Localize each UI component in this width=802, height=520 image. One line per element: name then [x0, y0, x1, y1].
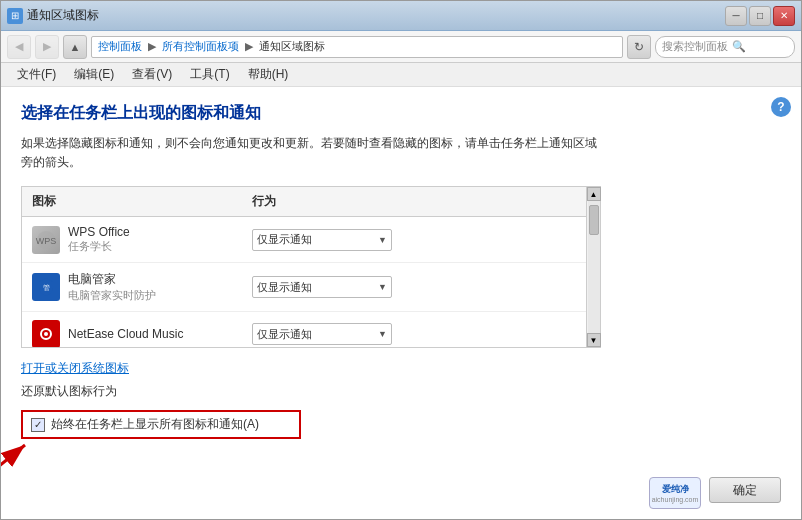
- search-placeholder: 搜索控制面板: [662, 39, 728, 54]
- header-icon-col: 图标: [32, 193, 252, 210]
- table-row: WPS WPS Office 任务学长 仅显示通知 ▼: [22, 217, 600, 263]
- wps-icon: WPS: [32, 226, 60, 254]
- icon-cell-duba: 管 电脑管家 电脑管家实时防护: [32, 271, 252, 303]
- duba-name-sub: 电脑管家实时防护: [68, 288, 156, 303]
- menu-edit[interactable]: 编辑(E): [66, 64, 122, 85]
- page-title: 选择在任务栏上出现的图标和通知: [21, 103, 781, 124]
- search-field[interactable]: 搜索控制面板 🔍: [655, 36, 795, 58]
- svg-text:WPS: WPS: [36, 236, 57, 246]
- behavior-cell-wps: 仅显示通知 ▼: [252, 229, 590, 251]
- scroll-up-btn[interactable]: ▲: [587, 187, 601, 201]
- bottom-section: 打开或关闭系统图标 还原默认图标行为 ✓ 始终在任务栏上显示所有图标和通知(A): [21, 360, 781, 439]
- system-icons-link[interactable]: 打开或关闭系统图标: [21, 360, 781, 377]
- red-arrow-indicator: [1, 437, 53, 477]
- watermark-logo: 爱纯净 aichunjing.com: [649, 477, 701, 509]
- watermark: 爱纯净 aichunjing.com: [649, 477, 701, 509]
- checkbox-label: 始终在任务栏上显示所有图标和通知(A): [51, 416, 259, 433]
- duba-name: 电脑管家 电脑管家实时防护: [68, 271, 156, 303]
- header-behavior-col: 行为: [252, 193, 590, 210]
- svg-line-7: [1, 445, 25, 475]
- checkbox-row: ✓ 始终在任务栏上显示所有图标和通知(A): [21, 410, 301, 439]
- duba-name-main: 电脑管家: [68, 271, 156, 288]
- wps-name-sub: 任务学长: [68, 239, 130, 254]
- duba-icon: 管: [32, 273, 60, 301]
- wps-behavior-select[interactable]: 仅显示通知 ▼: [252, 229, 392, 251]
- table-header: 图标 行为: [22, 187, 600, 217]
- up-button[interactable]: ▲: [63, 35, 87, 59]
- restore-defaults-label: 还原默认图标行为: [21, 383, 781, 400]
- table-row: NetEase Cloud Music 仅显示通知 ▼: [22, 312, 600, 347]
- duba-behavior-value: 仅显示通知: [257, 280, 312, 295]
- wps-name-main: WPS Office: [68, 225, 130, 239]
- title-bar-left: ⊞ 通知区域图标: [7, 7, 99, 24]
- breadcrumb-sep-2: ▶: [245, 40, 253, 53]
- maximize-button[interactable]: □: [749, 6, 771, 26]
- address-field[interactable]: 控制面板 ▶ 所有控制面板项 ▶ 通知区域图标: [91, 36, 623, 58]
- window-icon: ⊞: [7, 8, 23, 24]
- breadcrumb-sep-1: ▶: [148, 40, 156, 53]
- menu-bar: 文件(F) 编辑(E) 查看(V) 工具(T) 帮助(H): [1, 63, 801, 87]
- search-icon: 🔍: [732, 40, 746, 53]
- menu-view[interactable]: 查看(V): [124, 64, 180, 85]
- icon-cell-wps: WPS WPS Office 任务学长: [32, 225, 252, 254]
- duba-behavior-select[interactable]: 仅显示通知 ▼: [252, 276, 392, 298]
- svg-point-5: [44, 332, 48, 336]
- ok-button[interactable]: 确定: [709, 477, 781, 503]
- menu-help[interactable]: 帮助(H): [240, 64, 297, 85]
- main-window: ⊞ 通知区域图标 ─ □ ✕ ◀ ▶ ▲ 控制面板 ▶ 所有控制面板项 ▶ 通知…: [0, 0, 802, 520]
- close-button[interactable]: ✕: [773, 6, 795, 26]
- svg-text:管: 管: [43, 284, 50, 291]
- title-bar: ⊞ 通知区域图标 ─ □ ✕: [1, 1, 801, 31]
- minimize-button[interactable]: ─: [725, 6, 747, 26]
- scroll-thumb[interactable]: [589, 205, 599, 235]
- page-description: 如果选择隐藏图标和通知，则不会向您通知更改和更新。若要随时查看隐藏的图标，请单击…: [21, 134, 601, 172]
- scroll-down-btn[interactable]: ▼: [587, 333, 601, 347]
- forward-button[interactable]: ▶: [35, 35, 59, 59]
- behavior-cell-netease: 仅显示通知 ▼: [252, 323, 590, 345]
- table-body: WPS WPS Office 任务学长 仅显示通知 ▼: [22, 217, 600, 347]
- help-icon[interactable]: ?: [771, 97, 791, 117]
- duba-select-arrow: ▼: [378, 282, 387, 292]
- wps-behavior-value: 仅显示通知: [257, 232, 312, 247]
- netease-behavior-value: 仅显示通知: [257, 327, 312, 342]
- netease-behavior-select[interactable]: 仅显示通知 ▼: [252, 323, 392, 345]
- netease-select-arrow: ▼: [378, 329, 387, 339]
- show-all-icons-checkbox[interactable]: ✓: [31, 418, 45, 432]
- breadcrumb-controlpanel[interactable]: 控制面板: [98, 39, 142, 54]
- refresh-button[interactable]: ↻: [627, 35, 651, 59]
- wps-select-arrow: ▼: [378, 235, 387, 245]
- scroll-track: [588, 201, 600, 333]
- icon-cell-netease: NetEase Cloud Music: [32, 320, 252, 347]
- window-title: 通知区域图标: [27, 7, 99, 24]
- breadcrumb-allpanel[interactable]: 所有控制面板项: [162, 39, 239, 54]
- title-controls: ─ □ ✕: [725, 6, 795, 26]
- breadcrumb-current: 通知区域图标: [259, 39, 325, 54]
- menu-file[interactable]: 文件(F): [9, 64, 64, 85]
- table-row: 管 电脑管家 电脑管家实时防护 仅显示通知 ▼: [22, 263, 600, 312]
- netease-icon: [32, 320, 60, 347]
- icons-table: 图标 行为 WPS WPS Office: [21, 186, 601, 348]
- netease-name-main: NetEase Cloud Music: [68, 327, 183, 341]
- menu-tools[interactable]: 工具(T): [182, 64, 237, 85]
- address-bar: ◀ ▶ ▲ 控制面板 ▶ 所有控制面板项 ▶ 通知区域图标 ↻ 搜索控制面板 🔍: [1, 31, 801, 63]
- table-scrollbar[interactable]: ▲ ▼: [586, 187, 600, 347]
- content-area: ? 选择在任务栏上出现的图标和通知 如果选择隐藏图标和通知，则不会向您通知更改和…: [1, 87, 801, 519]
- wps-name: WPS Office 任务学长: [68, 225, 130, 254]
- back-button[interactable]: ◀: [7, 35, 31, 59]
- behavior-cell-duba: 仅显示通知 ▼: [252, 276, 590, 298]
- netease-name: NetEase Cloud Music: [68, 327, 183, 341]
